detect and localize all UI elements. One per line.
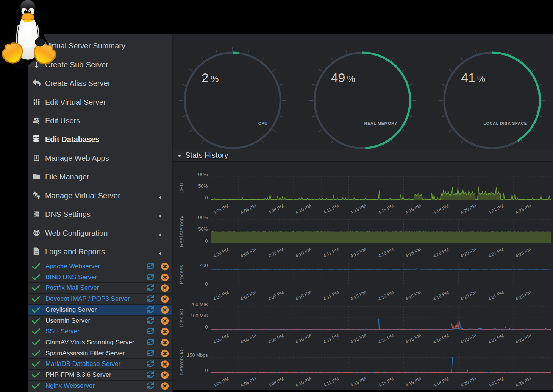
svg-text:4:08 PM: 4:08 PM [267,289,284,302]
svg-text:4:18 PM: 4:18 PM [432,376,450,388]
svg-text:4:13 PM: 4:13 PM [350,333,367,345]
svg-text:Process: Process [178,265,184,285]
svg-text:4:08 PM: 4:08 PM [267,333,284,345]
svg-text:4:10 PM: 4:10 PM [295,289,312,302]
svg-text:4:13 PM: 4:13 PM [350,203,367,215]
svg-text:400: 400 [200,263,208,268]
svg-text:4:16 PM: 4:16 PM [405,376,422,388]
svg-text:4:18 PM: 4:18 PM [432,203,450,215]
svg-text:4:06 PM: 4:06 PM [240,203,257,215]
svg-text:4:21 PM: 4:21 PM [487,333,505,345]
svg-text:4:21 PM: 4:21 PM [487,289,505,302]
svg-text:4:06 PM: 4:06 PM [240,289,257,302]
svg-text:50%: 50% [198,184,208,189]
svg-text:4:15 PM: 4:15 PM [377,289,395,302]
svg-text:4:06 PM: 4:06 PM [240,376,257,388]
svg-text:4:20 PM: 4:20 PM [459,376,477,388]
svg-text:0: 0 [205,368,208,373]
svg-text:4:23 PM: 4:23 PM [515,333,532,345]
svg-text:50%: 50% [198,227,208,232]
svg-text:200 MiB: 200 MiB [191,302,208,307]
svg-text:150 Mbps: 150 Mbps [187,353,208,358]
svg-text:4:16 PM: 4:16 PM [405,289,422,302]
svg-text:4:08 PM: 4:08 PM [267,376,284,388]
svg-text:4:10 PM: 4:10 PM [295,333,312,345]
svg-text:4:13 PM: 4:13 PM [350,376,367,388]
svg-text:4:15 PM: 4:15 PM [377,247,395,259]
svg-text:0: 0 [205,282,208,287]
svg-text:4:11 PM: 4:11 PM [322,289,340,302]
svg-text:4:23 PM: 4:23 PM [515,203,532,215]
svg-text:4:08 PM: 4:08 PM [267,247,284,259]
svg-text:4:16 PM: 4:16 PM [405,333,422,345]
svg-text:4:18 PM: 4:18 PM [432,247,450,259]
svg-text:4:21 PM: 4:21 PM [487,247,505,259]
svg-text:4:20 PM: 4:20 PM [459,289,477,302]
svg-text:4:10 PM: 4:10 PM [295,247,312,259]
svg-text:4:23 PM: 4:23 PM [515,247,532,259]
svg-text:4:11 PM: 4:11 PM [322,376,340,388]
svg-text:4:16 PM: 4:16 PM [405,203,422,215]
svg-text:4:05 PM: 4:05 PM [212,247,230,259]
svg-text:4:11 PM: 4:11 PM [322,203,340,215]
svg-text:4:06 PM: 4:06 PM [240,247,257,259]
svg-text:Disk I/O: Disk I/O [178,308,184,327]
svg-text:4:21 PM: 4:21 PM [487,376,505,388]
svg-text:4:20 PM: 4:20 PM [459,247,477,259]
svg-text:0: 0 [205,195,208,201]
svg-text:4:05 PM: 4:05 PM [212,289,230,302]
svg-text:4:13 PM: 4:13 PM [350,247,367,259]
svg-text:4:05 PM: 4:05 PM [212,376,230,388]
svg-text:CPU: CPU [178,182,184,194]
svg-text:100 MiB: 100 MiB [191,313,208,319]
svg-text:4:11 PM: 4:11 PM [322,247,340,259]
svg-text:100%: 100% [196,172,208,177]
svg-text:4:10 PM: 4:10 PM [295,203,312,215]
svg-text:Network I/O: Network I/O [178,347,184,375]
svg-text:4:15 PM: 4:15 PM [377,376,395,388]
svg-text:4:21 PM: 4:21 PM [487,203,505,215]
svg-text:0: 0 [205,238,208,244]
svg-text:4:23 PM: 4:23 PM [515,289,532,302]
svg-text:4:06 PM: 4:06 PM [240,333,257,345]
svg-text:4:05 PM: 4:05 PM [212,333,230,345]
svg-text:4:08 PM: 4:08 PM [267,203,284,215]
svg-text:4:05 PM: 4:05 PM [212,203,230,215]
svg-text:100%: 100% [196,215,208,220]
svg-text:4:10 PM: 4:10 PM [295,376,312,388]
svg-text:4:15 PM: 4:15 PM [377,333,395,345]
svg-text:4:20 PM: 4:20 PM [459,203,477,215]
svg-text:Real Memory: Real Memory [178,216,184,247]
svg-text:4:16 PM: 4:16 PM [405,247,422,259]
svg-text:4:18 PM: 4:18 PM [432,289,450,302]
svg-text:0: 0 [205,325,208,330]
svg-text:4:23 PM: 4:23 PM [515,376,532,388]
svg-text:4:18 PM: 4:18 PM [432,333,450,345]
svg-text:4:15 PM: 4:15 PM [377,203,395,215]
svg-text:4:13 PM: 4:13 PM [350,289,367,302]
svg-text:4:20 PM: 4:20 PM [459,333,477,345]
svg-text:4:11 PM: 4:11 PM [322,333,340,345]
